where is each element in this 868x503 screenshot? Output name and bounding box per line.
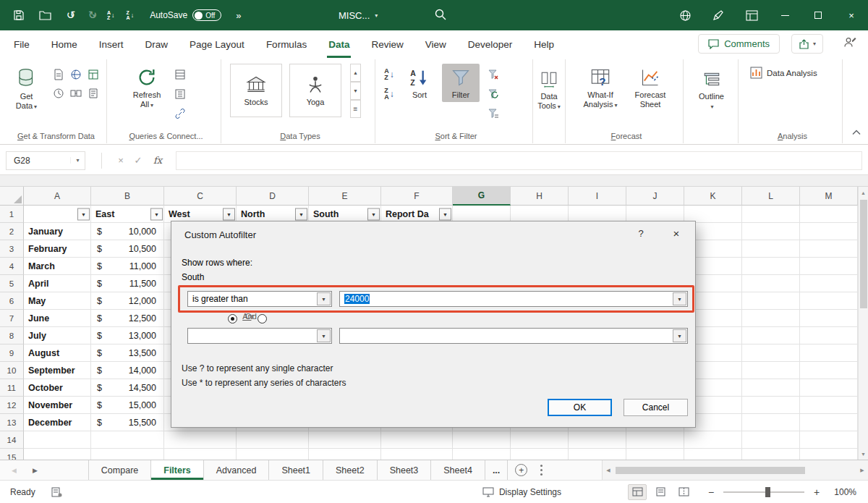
comments-button[interactable]: Comments [698, 34, 780, 54]
undo-dropdown-icon[interactable]: ▾ [71, 12, 74, 19]
scroll-left-icon[interactable]: ◀ [603, 468, 614, 473]
title-dropdown-icon[interactable]: ▾ [375, 12, 378, 19]
cell-M4[interactable] [800, 258, 858, 275]
row-header-3[interactable]: 3 [0, 240, 24, 258]
cell-A8[interactable]: July [24, 327, 91, 345]
cell-A4[interactable]: March [24, 258, 91, 275]
cell-M8[interactable] [800, 327, 858, 345]
row-header-6[interactable]: 6 [0, 292, 24, 310]
operator2-combobox[interactable]: ▼ [187, 328, 332, 344]
or-radio[interactable]: Or [258, 314, 267, 324]
cell-E15[interactable] [309, 449, 381, 460]
enter-entry-icon[interactable]: ✓ [129, 155, 147, 166]
reapply-filter-icon[interactable] [485, 86, 501, 102]
menu-tab-insert[interactable]: Insert [88, 30, 135, 58]
cell-A12[interactable]: November [24, 397, 91, 414]
scroll-down-icon[interactable]: ▼ [859, 448, 868, 460]
column-header-M[interactable]: M [800, 187, 858, 206]
document-title[interactable]: MISC... ▾ [339, 10, 378, 21]
row-header-2[interactable]: 2 [0, 223, 24, 240]
cell-B11[interactable]: $14,500 [91, 379, 164, 397]
column-header-I[interactable]: I [569, 187, 626, 206]
cell-B5[interactable]: $11,500 [91, 275, 164, 292]
dialog-close-button[interactable]: × [658, 221, 695, 245]
sort-z-to-a-icon[interactable]: ZA↓ [381, 86, 397, 102]
zoom-out-icon[interactable]: − [706, 486, 716, 498]
cell-H14[interactable] [511, 431, 569, 449]
existing-connections-icon[interactable] [68, 85, 84, 101]
sheet-tabs-overflow[interactable]: ... [485, 460, 508, 480]
filter-dropdown-button-C1[interactable]: ▼ [223, 208, 235, 220]
cell-M3[interactable] [800, 240, 858, 258]
cell-D15[interactable] [237, 449, 309, 460]
cell-A15[interactable] [24, 449, 91, 460]
ok-button[interactable]: OK [548, 399, 612, 416]
data-type-stocks[interactable]: Stocks [230, 64, 282, 117]
properties-icon[interactable] [172, 86, 188, 102]
column-header-L[interactable]: L [742, 187, 800, 206]
menu-tab-page-layout[interactable]: Page Layout [179, 30, 255, 58]
row-header-12[interactable]: 12 [0, 397, 24, 414]
cell-L7[interactable] [742, 310, 800, 327]
queries-connections-icon[interactable] [172, 67, 188, 83]
zoom-slider-thumb[interactable] [765, 487, 770, 497]
cell-L4[interactable] [742, 258, 800, 275]
zoom-slider[interactable] [723, 491, 804, 493]
filter-button[interactable]: Filter [442, 64, 480, 102]
undo-button[interactable]: ↺ ▾ [64, 8, 74, 22]
row-header-15[interactable]: 15 [0, 449, 24, 460]
cell-M14[interactable] [800, 431, 858, 449]
cell-L1[interactable] [742, 206, 800, 223]
open-folder-icon[interactable] [38, 8, 52, 22]
column-header-J[interactable]: J [626, 187, 684, 206]
column-header-K[interactable]: K [684, 187, 742, 206]
vertical-scroll-thumb[interactable] [860, 200, 867, 308]
cell-L2[interactable] [742, 223, 800, 240]
data-source-settings-icon[interactable] [85, 85, 101, 101]
filter-dropdown-button-B1[interactable]: ▼ [150, 208, 163, 220]
cell-B7[interactable]: $12,500 [91, 310, 164, 327]
name-box[interactable]: G28 ▾ [6, 151, 85, 170]
cell-B6[interactable]: $12,000 [91, 292, 164, 310]
cell-L12[interactable] [742, 397, 800, 414]
cell-M5[interactable] [800, 275, 858, 292]
cell-B4[interactable]: $11,000 [91, 258, 164, 275]
row-header-1[interactable]: 1 [0, 206, 24, 223]
zoom-level-label[interactable]: 100% [830, 487, 856, 497]
cell-B3[interactable]: $10,500 [91, 240, 164, 258]
data-analysis-button[interactable]: Data Analysis [750, 67, 817, 79]
scroll-up-icon[interactable]: ▲ [859, 187, 868, 198]
select-all-corner[interactable] [0, 187, 24, 206]
globe-icon[interactable] [668, 0, 702, 30]
sort-a-to-z-icon[interactable]: AZ↓ [381, 67, 397, 83]
table-chart-icon[interactable] [735, 0, 768, 30]
cell-B10[interactable]: $14,000 [91, 362, 164, 379]
from-table-range-icon[interactable] [85, 67, 101, 83]
column-header-B[interactable]: B [91, 187, 164, 206]
row-header-8[interactable]: 8 [0, 327, 24, 345]
cell-C14[interactable] [164, 431, 237, 449]
recent-sources-icon[interactable] [51, 85, 67, 101]
menu-tab-developer[interactable]: Developer [457, 30, 524, 58]
cell-B9[interactable]: $13,500 [91, 345, 164, 362]
column-header-G[interactable]: G [453, 187, 511, 206]
close-button[interactable]: × [835, 0, 868, 30]
cell-M13[interactable] [800, 414, 858, 431]
cell-G14[interactable] [453, 431, 511, 449]
pen-icon[interactable] [702, 0, 735, 30]
filter-dropdown-button-E1[interactable]: ▼ [367, 208, 380, 220]
cell-A2[interactable]: January [24, 223, 91, 240]
page-layout-view-button[interactable] [651, 484, 670, 500]
cell-M15[interactable] [800, 449, 858, 460]
menu-tab-formulas[interactable]: Formulas [255, 30, 318, 58]
cell-J15[interactable] [626, 449, 684, 460]
zoom-in-icon[interactable]: + [812, 486, 822, 498]
row-header-9[interactable]: 9 [0, 345, 24, 362]
cell-B13[interactable]: $15,500 [91, 414, 164, 431]
next-sheet-icon[interactable]: ▶ [33, 467, 38, 474]
tabbar-splitter-icon[interactable] [540, 469, 542, 471]
menu-tab-view[interactable]: View [414, 30, 457, 58]
sheet-tab-filters[interactable]: Filters [151, 460, 204, 480]
horizontal-scroll-thumb[interactable] [616, 467, 805, 474]
cell-J14[interactable] [626, 431, 684, 449]
